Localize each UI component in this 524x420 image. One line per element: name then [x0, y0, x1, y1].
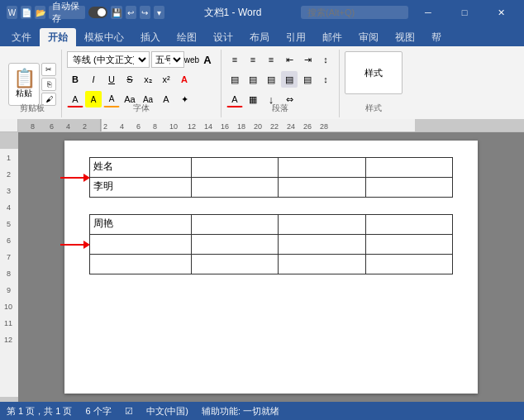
sort-button[interactable]: ↕ [317, 51, 334, 68]
svg-text:16: 16 [221, 122, 229, 131]
tab-insert[interactable]: 插入 [132, 28, 169, 46]
search-input[interactable] [301, 6, 408, 19]
table-cell-1-2[interactable] [191, 158, 278, 178]
outdent-button[interactable]: ⇤ [281, 51, 298, 68]
list-button[interactable]: ≡ [263, 51, 279, 68]
font-row-2: B I U S x₂ x² A [67, 71, 193, 88]
horizontal-ruler: 8 6 4 2 2 4 6 8 10 12 14 16 18 20 22 24 … [18, 119, 524, 132]
indent-button[interactable]: ⇥ [299, 51, 316, 68]
distribute-button[interactable]: ▤ [299, 71, 316, 88]
font-char-button[interactable]: A [199, 51, 216, 68]
tab-mailings[interactable]: 邮件 [314, 28, 350, 46]
accessibility: 辅助功能: 一切就绪 [202, 405, 279, 418]
svg-text:4: 4 [120, 122, 124, 131]
table-cell-t2-2-3[interactable] [279, 235, 365, 255]
svg-text:11: 11 [4, 319, 12, 327]
redo-icon[interactable]: ↪ [140, 6, 150, 19]
tab-references[interactable]: 引用 [278, 28, 314, 46]
subscript-button[interactable]: x₂ [140, 71, 156, 88]
save-icon[interactable]: 💾 [111, 6, 121, 19]
paste-button[interactable]: 📋 粘贴 [8, 63, 40, 106]
copy-button[interactable]: ⎘ [41, 78, 56, 91]
superscript-button[interactable]: x² [158, 71, 174, 88]
table-cell-t2-3-4[interactable] [365, 255, 452, 274]
table-cell-2-2[interactable] [191, 178, 278, 198]
undo-icon[interactable]: ↩ [126, 6, 136, 19]
title-bar: W 📄 📂 自动保存 💾 ↩ ↪ ▾ 文档1 - Word ─ □ ✕ [0, 0, 524, 25]
svg-text:28: 28 [320, 122, 328, 131]
table-cell-t2-1-2[interactable] [191, 215, 278, 235]
new-doc-icon[interactable]: 📄 [21, 6, 31, 19]
table-cell-t2-1-3[interactable] [279, 215, 365, 235]
font-size-input[interactable]: web [186, 51, 198, 68]
bullets-button[interactable]: ≡ [226, 51, 243, 68]
font-name-select[interactable]: 等线 (中文正文) [67, 51, 150, 68]
title-bar-right: ─ □ ✕ [301, 0, 517, 25]
arrow-line-2 [60, 244, 83, 246]
document-page[interactable]: 姓名 李明 [64, 141, 478, 394]
tab-review[interactable]: 审阅 [350, 28, 387, 46]
align-right-button[interactable]: ▤ [263, 71, 279, 88]
word-count: 6 个字 [85, 405, 111, 418]
tab-file[interactable]: 文件 [3, 28, 40, 46]
clipboard-small-buttons: ✂ ⎘ 🖌 [41, 63, 56, 106]
document-area: 1 2 3 4 5 6 7 8 9 10 11 12 姓名 [0, 132, 524, 402]
font-size-select[interactable]: 五号 [151, 51, 184, 68]
ruler-container: 8 6 4 2 2 4 6 8 10 12 14 16 18 20 22 24 … [0, 119, 524, 132]
document-title: 文档1 - Word [164, 6, 301, 20]
maximize-button[interactable]: □ [448, 0, 481, 25]
font-label: 字体 [62, 103, 221, 114]
table-cell-t2-2-4[interactable] [365, 235, 452, 255]
word-icon[interactable]: W [7, 6, 17, 19]
para-label: 段落 [222, 103, 339, 114]
table-cell-2-1[interactable]: 李明 [90, 178, 192, 198]
arrow-1 [60, 174, 90, 182]
table-cell-t2-3-1[interactable] [90, 255, 192, 274]
arrow-head-2 [83, 241, 90, 249]
para-row-1: ≡ ≡ ≡ ⇤ ⇥ ↕ [226, 51, 334, 68]
tab-draw[interactable]: 绘图 [169, 28, 205, 46]
font-color-button[interactable]: A [176, 71, 193, 88]
italic-button[interactable]: I [85, 71, 102, 88]
table-row: 李明 [90, 178, 453, 198]
table-cell-t2-3-3[interactable] [279, 255, 365, 274]
align-left-button[interactable]: ▤ [226, 71, 243, 88]
table-cell-t2-1-1[interactable]: 周艳 [90, 215, 192, 235]
cut-button[interactable]: ✂ [41, 63, 56, 76]
numbering-button[interactable]: ≡ [245, 51, 261, 68]
tab-home[interactable]: 开始 [40, 28, 76, 46]
tab-more[interactable]: 帮 [423, 28, 450, 46]
align-center-button[interactable]: ▤ [245, 71, 261, 88]
tab-view[interactable]: 视图 [387, 28, 423, 46]
justify-button[interactable]: ▤ [281, 71, 298, 88]
table-cell-1-3[interactable] [279, 158, 365, 178]
styles-gallery[interactable]: 样式 [345, 51, 403, 94]
font-row-1: 等线 (中文正文) 五号 web A [67, 51, 216, 68]
tab-design[interactable]: 设计 [205, 28, 241, 46]
line-spacing-button[interactable]: ↕ [317, 71, 334, 88]
bold-button[interactable]: B [67, 71, 83, 88]
table-cell-1-1[interactable]: 姓名 [90, 158, 192, 178]
vertical-ruler: 1 2 3 4 5 6 7 8 9 10 11 12 [0, 132, 18, 402]
autosave-toggle[interactable]: 自动保存 [49, 6, 85, 19]
autosave-switch[interactable] [88, 7, 107, 18]
tab-template[interactable]: 模板中心 [76, 28, 132, 46]
paste-icon: 📋 [13, 69, 36, 88]
close-button[interactable]: ✕ [484, 0, 517, 25]
table-cell-t2-2-1[interactable] [90, 235, 192, 255]
table-cell-t2-1-4[interactable] [365, 215, 452, 235]
open-icon[interactable]: 📂 [35, 6, 45, 19]
tab-layout[interactable]: 布局 [241, 28, 278, 46]
table-cell-2-3[interactable] [279, 178, 365, 198]
minimize-button[interactable]: ─ [412, 0, 445, 25]
table-cell-2-4[interactable] [365, 178, 452, 198]
table-cell-1-4[interactable] [365, 158, 452, 178]
svg-text:12: 12 [4, 336, 12, 344]
underline-button[interactable]: U [103, 71, 120, 88]
table-cell-t2-2-2[interactable] [191, 235, 278, 255]
more-tools-icon[interactable]: ▾ [154, 6, 164, 19]
table-cell-t2-3-2[interactable] [191, 255, 278, 274]
table-section-1: 姓名 李明 [89, 157, 453, 198]
strikethrough-button[interactable]: S [121, 71, 138, 88]
para-row-2: ▤ ▤ ▤ ▤ ▤ ↕ [226, 71, 334, 88]
